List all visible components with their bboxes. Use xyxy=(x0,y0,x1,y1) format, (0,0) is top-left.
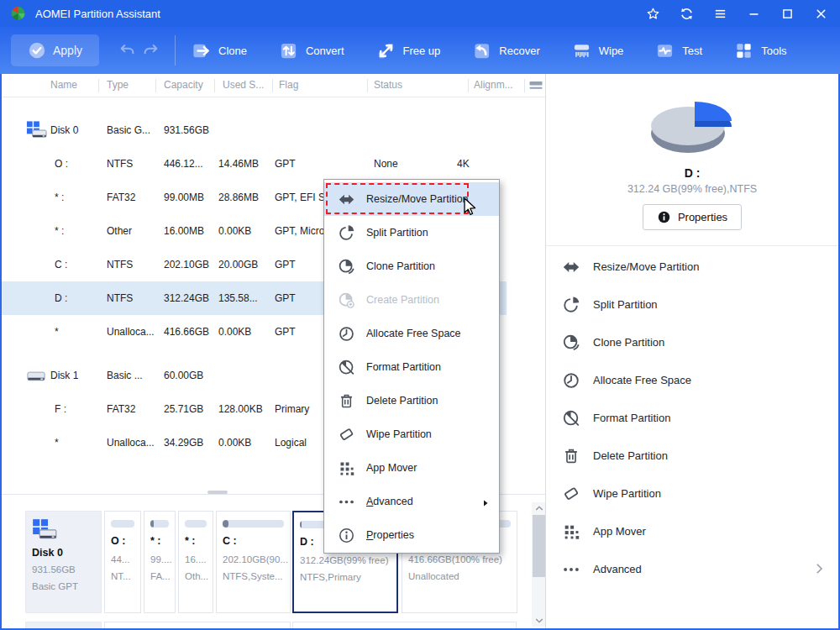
favorite-star-icon[interactable] xyxy=(642,3,664,24)
cell-type: FAT32 xyxy=(107,403,135,415)
properties-icon xyxy=(338,527,355,544)
close-button[interactable] xyxy=(810,3,832,24)
cell-name: F : xyxy=(55,403,66,415)
action-label: Split Partition xyxy=(593,298,658,311)
disk-capacity: 931.56GB xyxy=(32,561,95,578)
disk-map-partition-1[interactable]: * :99....FA... xyxy=(144,511,176,613)
scroll-up-icon[interactable] xyxy=(532,502,546,514)
delete-icon xyxy=(338,392,355,410)
partition-size: 16.... xyxy=(185,551,207,568)
wipe-partition-icon xyxy=(338,426,355,444)
cell-used: 20.00GB xyxy=(218,259,258,270)
partition-pie-chart xyxy=(638,89,747,163)
column-header-alignm[interactable]: Alignm... xyxy=(474,79,513,91)
cell-type: Unalloca... xyxy=(107,437,155,449)
menu-item-advanced[interactable]: Advanced xyxy=(324,485,499,518)
cell-capacity: 99.00MB xyxy=(164,192,204,203)
properties-button[interactable]: Properties xyxy=(643,204,742,230)
menu-item-app-mover[interactable]: App Mover xyxy=(324,451,499,485)
disk-map-row2-block[interactable] xyxy=(292,622,517,628)
disk-map-partition-2[interactable]: * :16....Oth... xyxy=(178,511,213,613)
action-split-partition[interactable]: Split Partition xyxy=(546,286,838,323)
column-header-flag[interactable]: Flag xyxy=(279,79,298,91)
toolbar-button-convert[interactable]: Convert xyxy=(279,41,344,60)
toolbar-button-label: Wipe xyxy=(599,45,624,57)
column-header-name[interactable]: Name xyxy=(50,79,77,91)
action-label: Format Partition xyxy=(593,412,670,424)
splitter-drag-handle[interactable] xyxy=(207,491,228,494)
cell-flag: Logical xyxy=(275,437,307,449)
scrollbar-thumb[interactable] xyxy=(533,515,545,577)
disk-map-partition-c-3[interactable]: C :202.10GB(90...NTFS,Syste... xyxy=(216,511,291,613)
table-row-disk-disk-0[interactable]: Disk 0Basic G...931.56GB xyxy=(2,113,507,147)
cell-capacity: 16.00MB xyxy=(164,225,204,237)
header-separator xyxy=(98,79,99,92)
column-header-status[interactable]: Status xyxy=(374,79,402,91)
menu-item-resize-move-partition[interactable]: Resize/Move Partition xyxy=(324,182,499,216)
redo-icon[interactable] xyxy=(141,41,160,60)
scroll-down-icon[interactable] xyxy=(532,615,546,627)
main-menu-icon[interactable] xyxy=(709,3,731,24)
toolbar-button-test[interactable]: Test xyxy=(655,41,702,60)
titlebar-controls xyxy=(642,3,832,24)
partition-fs: Unallocated xyxy=(408,568,511,585)
toolbar-button-clone[interactable]: Clone xyxy=(192,41,247,60)
action-advanced[interactable]: Advanced xyxy=(546,550,838,588)
action-resize-move-partition[interactable]: Resize/Move Partition xyxy=(546,248,838,286)
minimize-button[interactable] xyxy=(743,3,764,24)
disk-map-disk-info[interactable]: Disk 0931.56GBBasic GPT xyxy=(25,511,102,613)
menu-item-properties[interactable]: Properties xyxy=(324,518,499,552)
cell-type: NTFS xyxy=(107,292,133,304)
maximize-button[interactable] xyxy=(776,3,798,24)
context-menu: Resize/Move PartitionSplit PartitionClon… xyxy=(323,179,500,554)
wipe-icon xyxy=(572,41,591,60)
disk-map-row2-block[interactable] xyxy=(104,622,291,628)
usage-bar xyxy=(223,520,284,528)
usage-bar-used xyxy=(300,521,302,528)
cell-capacity: 931.56GB xyxy=(164,124,209,136)
menu-item-wipe-partition[interactable]: Wipe Partition xyxy=(324,417,499,451)
test-icon xyxy=(655,41,675,60)
cell-used: 128.00KB xyxy=(218,403,263,415)
column-header-capacity[interactable]: Capacity xyxy=(164,79,203,91)
cell-capacity: 446.12... xyxy=(164,158,203,170)
action-wipe-partition[interactable]: Wipe Partition xyxy=(546,475,838,512)
partition-fs: NTFS,Syste... xyxy=(223,568,284,585)
table-row-partition-o[interactable]: O :NTFS446.12...14.46MBGPTNone4K xyxy=(2,147,507,181)
menu-item-delete-partition[interactable]: Delete Partition xyxy=(324,384,499,417)
toolbar-button-free-up[interactable]: Free up xyxy=(376,41,441,60)
toolbar-button-tools[interactable]: Tools xyxy=(734,41,786,60)
action-clone-partition[interactable]: Clone Partition xyxy=(546,323,838,361)
column-header-used-s[interactable]: Used S... xyxy=(223,79,264,91)
apply-button[interactable]: Apply xyxy=(11,34,99,66)
toolbar-button-wipe[interactable]: Wipe xyxy=(572,41,624,60)
disk-map-partition-o-0[interactable]: O :44...NT... xyxy=(104,511,141,613)
clone-partition-icon xyxy=(338,258,355,276)
cell-type: Basic G... xyxy=(107,124,150,136)
table-header: NameTypeCapacityUsed S...FlagStatusAlign… xyxy=(2,74,545,97)
cell-used: 0.00KB xyxy=(218,326,251,338)
menu-item-clone-partition[interactable]: Clone Partition xyxy=(324,249,499,283)
action-delete-partition[interactable]: Delete Partition xyxy=(546,437,838,475)
selected-partition-name: D : xyxy=(546,166,838,180)
action-allocate-free-space[interactable]: Allocate Free Space xyxy=(546,361,838,399)
action-format-partition[interactable]: Format Partition xyxy=(546,399,838,437)
toolbar-button-label: Test xyxy=(682,45,702,57)
cell-flag: GPT xyxy=(275,259,296,270)
menu-item-format-partition[interactable]: Format Partition xyxy=(324,350,499,384)
properties-label: Properties xyxy=(678,211,727,223)
menu-item-label: Delete Partition xyxy=(366,395,438,407)
create-partition-icon xyxy=(338,291,355,309)
resize-move-icon xyxy=(338,191,355,208)
scrollbar[interactable] xyxy=(532,502,546,627)
undo-icon[interactable] xyxy=(118,41,137,60)
columns-config-icon[interactable] xyxy=(528,77,546,94)
column-header-type[interactable]: Type xyxy=(107,79,129,91)
usage-bar xyxy=(185,520,207,528)
menu-item-allocate-free-space[interactable]: Allocate Free Space xyxy=(324,317,499,350)
refresh-icon[interactable] xyxy=(675,3,697,24)
toolbar-button-recover[interactable]: Recover xyxy=(472,41,539,60)
menu-item-split-partition[interactable]: Split Partition xyxy=(324,216,499,249)
action-app-mover[interactable]: App Mover xyxy=(546,512,838,550)
disk-map-row2-block[interactable] xyxy=(25,622,102,628)
